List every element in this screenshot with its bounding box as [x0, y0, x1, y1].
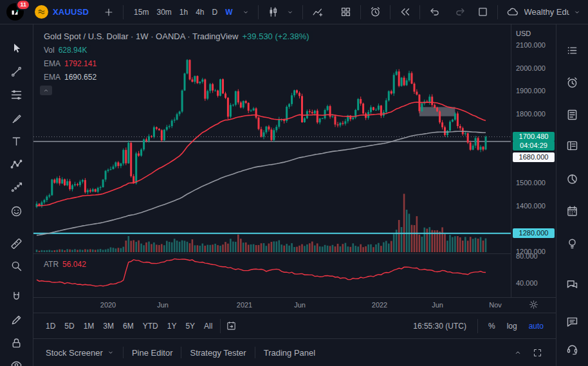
data-window-icon[interactable] [565, 139, 580, 153]
notification-badge: 11 [16, 0, 30, 10]
ema-slow-value: 1690.652 [64, 73, 96, 82]
panel-collapse-button[interactable] [511, 346, 524, 359]
ema-fast-label: EMA [44, 59, 60, 68]
range-button-5D[interactable]: 5D [60, 319, 78, 333]
add-symbol-button[interactable] [101, 5, 116, 20]
time-axis-label: 2021 [237, 301, 252, 309]
calendar-icon[interactable] [565, 205, 580, 219]
fib-retracement-icon[interactable] [10, 88, 24, 102]
comments-icon[interactable] [565, 315, 580, 329]
range-button-3M[interactable]: 3M [98, 319, 118, 333]
interval-chevron-down-icon[interactable] [240, 6, 252, 18]
redo-button[interactable] [452, 4, 468, 20]
interval-button-W[interactable]: W [221, 5, 236, 19]
text-icon[interactable] [10, 134, 24, 149]
range-button-YTD[interactable]: YTD [138, 319, 163, 333]
panel-maximize-button[interactable] [531, 346, 544, 360]
chart-type-candles-button[interactable] [265, 4, 281, 20]
zoom-icon[interactable] [10, 259, 24, 273]
chart-pane[interactable]: Gold Spot / U.S. Dollar · 1W · OANDA · T… [33, 24, 511, 297]
eye-icon[interactable] [10, 358, 24, 366]
ema-fast-legend-row[interactable]: EMA 1792.141 [40, 59, 100, 69]
help-icon[interactable] [565, 342, 580, 356]
cloud-sync-button[interactable] [504, 4, 521, 21]
bar-replay-button[interactable] [397, 4, 413, 20]
interval-button-30m[interactable]: 30m [152, 5, 175, 19]
auto-scale-button[interactable]: auto [524, 319, 548, 333]
gold-symbol-icon [35, 5, 48, 19]
chat-icon[interactable] [565, 278, 580, 292]
level-badge-1280: 1280.000 [513, 228, 555, 238]
magnet-icon[interactable] [10, 290, 24, 304]
undo-button[interactable] [427, 4, 443, 20]
emoji-icon[interactable] [10, 205, 24, 219]
chart-type-chevron-down-icon[interactable] [284, 6, 296, 18]
news-icon[interactable] [565, 108, 580, 122]
forecast-icon[interactable] [10, 181, 24, 195]
time-axis[interactable]: 2020Jun2021Jun2022JunNov [33, 297, 556, 313]
time-axis-label: 2020 [100, 301, 116, 309]
ideas-icon[interactable] [565, 237, 580, 251]
tabs: Stock ScreenerPine EditorStrategy Tester… [37, 344, 324, 361]
snapshot-button[interactable] [475, 4, 491, 20]
symbol-title: Gold Spot / U.S. Dollar · 1W · OANDA · T… [44, 32, 238, 41]
range-button-1D[interactable]: 1D [41, 319, 60, 333]
volume-legend-row[interactable]: Vol 628.94K [40, 45, 91, 55]
interval-button-4h[interactable]: 4h [192, 5, 208, 19]
price-axis-currency[interactable]: USD [516, 30, 531, 37]
brush-icon[interactable] [10, 111, 24, 125]
range-button-All[interactable]: All [199, 319, 217, 333]
layout-chevron-down-icon[interactable] [573, 8, 582, 17]
log-scale-button[interactable]: log [502, 319, 522, 333]
tab-pine-editor[interactable]: Pine Editor [124, 344, 181, 361]
hotlist-icon[interactable] [565, 172, 580, 187]
divider [258, 5, 259, 19]
range-button-6M[interactable]: 6M [118, 319, 138, 333]
range-button-5Y[interactable]: 5Y [181, 319, 199, 333]
interval-button-15m[interactable]: 15m [130, 5, 152, 19]
layout-grid-button[interactable] [338, 4, 354, 20]
interval-button-D[interactable]: D [208, 5, 222, 19]
drawing-toolbar [0, 24, 33, 366]
symbol-search-button[interactable]: XAUUSD [35, 5, 89, 19]
clock[interactable]: 16:55:30 (UTC) [408, 322, 472, 331]
trendline-icon[interactable] [10, 65, 24, 79]
tradingview-logo[interactable]: 11 [6, 3, 24, 21]
ema-slow-legend-row[interactable]: EMA 1690.652 [40, 72, 100, 82]
divider [302, 5, 303, 19]
volume-label: Vol [44, 46, 55, 55]
alert-button[interactable] [367, 4, 383, 20]
bottom-panel-tabs: Stock ScreenerPine EditorStrategy Tester… [33, 338, 556, 366]
layout-name[interactable]: Wealthy Educ... [524, 7, 569, 17]
symbol-name: XAUUSD [53, 7, 89, 17]
price-axis[interactable]: USD 1700.480 04:04:29 1680.000 1280.000 … [511, 24, 556, 297]
compare-button[interactable] [309, 4, 326, 20]
cursor-icon[interactable] [10, 42, 24, 56]
price-axis-label: 2100.000 [516, 41, 546, 49]
legend-collapse-button[interactable] [40, 86, 52, 95]
pattern-icon[interactable] [10, 158, 24, 172]
chart-settings-gear-icon[interactable] [528, 299, 539, 310]
range-button-1M[interactable]: 1M [79, 319, 99, 333]
divider [419, 5, 420, 19]
go-to-date-button[interactable] [224, 318, 239, 333]
time-axis-label: Jun [294, 301, 306, 309]
symbol-title-row[interactable]: Gold Spot / U.S. Dollar · 1W · OANDA · T… [40, 31, 313, 42]
watchlist-icon[interactable] [565, 44, 580, 58]
tab-stock-screener[interactable]: Stock Screener [37, 344, 123, 361]
current-price-badge: 1700.480 [513, 132, 555, 142]
atr-legend[interactable]: ATR 56.042 [40, 259, 90, 270]
lock-icon[interactable] [10, 336, 24, 351]
ema-slow-label: EMA [44, 73, 60, 82]
atr-label: ATR [44, 260, 59, 269]
interval-button-1h[interactable]: 1h [176, 5, 192, 19]
range-button-1Y[interactable]: 1Y [163, 319, 181, 333]
time-axis-label: Jun [157, 301, 169, 309]
alert-clock-icon[interactable] [565, 76, 580, 90]
range-buttons: 1D5D1M3M6MYTD1Y5YAll [41, 319, 217, 333]
tab-strategy-tester[interactable]: Strategy Tester [181, 344, 254, 361]
percent-scale-button[interactable]: % [484, 319, 500, 333]
ruler-icon[interactable] [10, 237, 24, 251]
tab-trading-panel[interactable]: Trading Panel [255, 344, 324, 361]
edit-icon[interactable] [10, 313, 24, 327]
